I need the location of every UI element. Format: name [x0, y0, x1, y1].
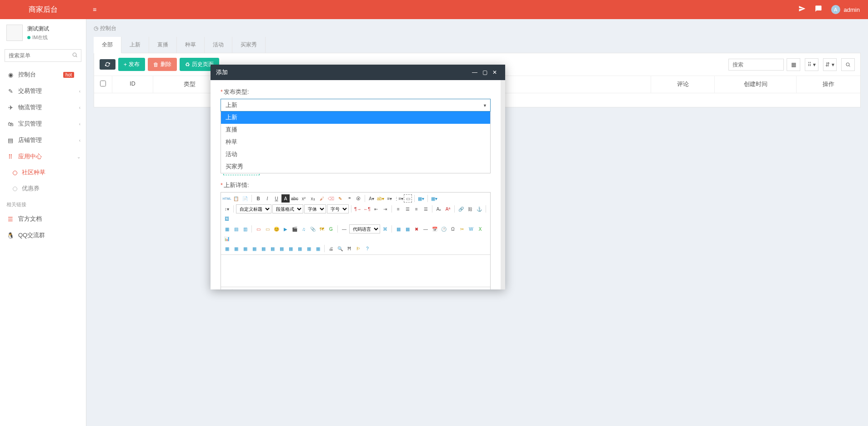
- brand-title: 商家后台: [0, 5, 86, 15]
- user-menu[interactable]: A admin: [831, 5, 860, 14]
- sidebar-toggle[interactable]: ≡: [86, 6, 103, 13]
- avatar: A: [831, 5, 840, 14]
- top-header: 商家后台 ≡ A admin: [0, 0, 868, 19]
- username: admin: [844, 6, 860, 13]
- send-icon[interactable]: [798, 5, 806, 14]
- chat-icon[interactable]: [815, 5, 822, 14]
